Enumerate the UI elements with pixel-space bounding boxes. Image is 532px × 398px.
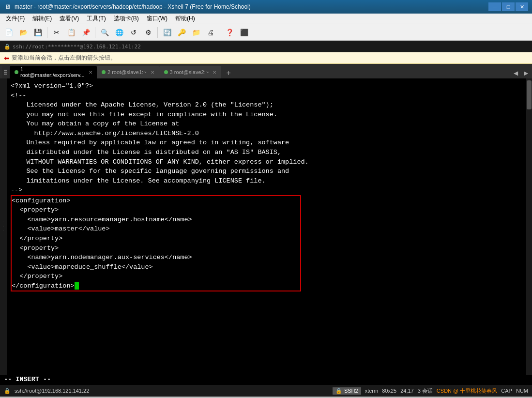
terminal-line: Unless required by applicable law or agr… bbox=[11, 138, 522, 148]
tab-dot-1 bbox=[15, 70, 18, 74]
toolbar-refresh[interactable]: ↺ bbox=[127, 26, 140, 39]
panel-line bbox=[4, 74, 7, 75]
tab-dot-2 bbox=[102, 70, 106, 74]
toolbar-misc[interactable]: ⬛ bbox=[237, 26, 251, 39]
toolbar-paste[interactable]: 📌 bbox=[79, 26, 92, 39]
window-controls: ─ □ ✕ bbox=[488, 2, 528, 11]
toolbar-connect[interactable]: 🌐 bbox=[112, 26, 126, 39]
toolbar-save[interactable]: 💾 bbox=[31, 26, 45, 39]
terminal-line: Licensed under the Apache License, Versi… bbox=[11, 100, 522, 110]
status-bar: 🔒 ssh://root@192.168.121.141:22 🔒 SSH2 x… bbox=[0, 385, 532, 397]
toolbar-help[interactable]: ❓ bbox=[223, 26, 236, 39]
menu-view[interactable]: 查看(V) bbox=[56, 14, 83, 24]
terminal-line: See the License for the specific languag… bbox=[11, 167, 522, 176]
status-brand: CSDN @ 十里桃花笑春风 bbox=[437, 387, 497, 395]
terminal-xml-line: <name>yarn.nodemanager.aux-services</nam… bbox=[12, 253, 300, 262]
status-cap: CAP bbox=[501, 388, 512, 394]
xml-block: <configuration> <property> <name>yarn.re… bbox=[11, 195, 301, 292]
status-lock-icon: 🔒 bbox=[4, 388, 11, 394]
tab-close-3[interactable]: ✕ bbox=[213, 70, 216, 75]
tab-nav: ◀ ▶ bbox=[512, 70, 530, 78]
terminal-content[interactable]: <?xml version="1.0"?><!-- Licensed under… bbox=[7, 78, 526, 375]
tab-label-1: 1 root@master:/export/serv... bbox=[20, 66, 85, 78]
title-bar: 🖥 master - root@master:/export/servers/h… bbox=[0, 0, 532, 14]
terminal-cursor bbox=[75, 282, 79, 290]
status-term: xterm bbox=[365, 388, 379, 394]
insert-mode-bar: -- INSERT -- bbox=[0, 375, 532, 385]
menu-tools[interactable]: 工具(T) bbox=[83, 14, 109, 24]
terminal-line: distributed under the License is distrib… bbox=[11, 148, 522, 157]
terminal-line: --> bbox=[11, 185, 522, 195]
toolbar-sep4 bbox=[220, 27, 220, 38]
terminal-line: http://www.apache.org/licenses/LICENSE-2… bbox=[11, 129, 522, 138]
toolbar-file-mgr[interactable]: 📁 bbox=[189, 26, 203, 39]
menu-bar: 文件(F) 编辑(E) 查看(V) 工具(T) 选项卡(B) 窗口(W) 帮助(… bbox=[0, 14, 532, 24]
toolbar-print[interactable]: 🖨 bbox=[204, 26, 217, 39]
close-button[interactable]: ✕ bbox=[516, 2, 528, 11]
status-ssh-label: SSH2 bbox=[344, 388, 358, 394]
lock-icon: 🔒 bbox=[4, 44, 11, 50]
tab-3[interactable]: 3 root@slave2:~ ✕ bbox=[159, 66, 222, 78]
panel-line bbox=[4, 72, 7, 73]
terminal-xml-line: <value>master</value> bbox=[12, 224, 300, 234]
terminal-xml-line: <configuration> bbox=[12, 196, 300, 206]
app-icon: 🖥 bbox=[4, 3, 12, 11]
tab-2[interactable]: 2 root@slave1:~ ✕ bbox=[97, 66, 159, 78]
menu-file[interactable]: 文件(F) bbox=[2, 14, 29, 24]
ssh-address: ssh://root:**********@192.168.121.141:22 bbox=[13, 44, 141, 50]
toolbar-sep3 bbox=[157, 27, 158, 38]
terminal-line: <!-- bbox=[11, 91, 522, 101]
status-left: 🔒 ssh://root@192.168.121.141:22 bbox=[4, 388, 333, 394]
tab-next[interactable]: ▶ bbox=[522, 70, 530, 77]
terminal-line: limitations under the License. See accom… bbox=[11, 176, 522, 186]
tab-prev[interactable]: ◀ bbox=[512, 70, 520, 77]
status-path: ssh://root@192.168.121.141:22 bbox=[15, 388, 89, 394]
tab-add-button[interactable]: + bbox=[223, 68, 234, 78]
tab-label-3: 3 root@slave2:~ bbox=[170, 69, 209, 75]
scrollbar-thumb[interactable] bbox=[527, 80, 532, 109]
terminal-wrapper: · · · <?xml version="1.0"?><!-- Licensed… bbox=[0, 78, 532, 375]
menu-tabs[interactable]: 选项卡(B) bbox=[110, 14, 143, 24]
terminal-xml-line: <name>yarn.resourcemanager.hostname</nam… bbox=[12, 215, 300, 225]
tab-close-1[interactable]: ✕ bbox=[89, 70, 92, 75]
terminal-xml-line: </property> bbox=[12, 234, 300, 244]
status-sessions: 3 会话 bbox=[418, 387, 433, 395]
menu-window[interactable]: 窗口(W) bbox=[143, 14, 171, 24]
status-ssh-badge: 🔒 SSH2 bbox=[333, 387, 361, 395]
panel-line bbox=[4, 70, 7, 71]
terminal-line: You may obtain a copy of the License at bbox=[11, 119, 522, 129]
menu-help[interactable]: 帮助(H) bbox=[171, 14, 199, 24]
session-panel-indicator bbox=[2, 66, 9, 78]
toolbar-transfer[interactable]: 🔄 bbox=[160, 26, 174, 39]
toolbar-zoom[interactable]: 🔍 bbox=[98, 26, 111, 39]
maximize-button[interactable]: □ bbox=[502, 2, 515, 11]
terminal-scrollbar[interactable] bbox=[526, 78, 532, 375]
tab-dot-3 bbox=[164, 70, 168, 74]
tab-close-2[interactable]: ✕ bbox=[151, 70, 154, 75]
status-ssh-lock: 🔒 bbox=[335, 388, 342, 394]
toolbar-settings[interactable]: ⚙ bbox=[141, 26, 155, 39]
tab-1[interactable]: 1 root@master:/export/serv... ✕ bbox=[10, 66, 97, 78]
terminal-xml-line: </property> bbox=[12, 272, 300, 281]
toolbar-open[interactable]: 📂 bbox=[16, 26, 30, 39]
terminal-line: WITHOUT WARRANTIES OR CONDITIONS OF ANY … bbox=[11, 157, 522, 167]
toolbar-new[interactable]: 📄 bbox=[2, 26, 15, 39]
status-right: 🔒 SSH2 xterm 80x25 24,17 3 会话 CSDN @ 十里桃… bbox=[333, 387, 528, 395]
terminal-line: you may not use this file except in comp… bbox=[11, 110, 522, 120]
title-text: master - root@master:/export/servers/had… bbox=[15, 3, 488, 10]
minimize-button[interactable]: ─ bbox=[488, 2, 501, 11]
toolbar-copy[interactable]: 📋 bbox=[64, 26, 78, 39]
ssh-bar: 🔒 ssh://root:**********@192.168.121.141:… bbox=[0, 41, 532, 52]
menu-edit[interactable]: 编辑(E) bbox=[29, 14, 56, 24]
toolbar-sep1 bbox=[47, 27, 47, 38]
info-text: 要添加当前会话，点击左侧的箭头按钮。 bbox=[12, 54, 116, 62]
terminal-line: <?xml version="1.0"?> bbox=[11, 81, 522, 91]
terminal-xml-line: </configuration> bbox=[12, 281, 300, 291]
terminal-xml-line: <property> bbox=[12, 205, 300, 215]
toolbar-key[interactable]: 🔑 bbox=[175, 26, 188, 39]
toolbar-cut[interactable]: ✂ bbox=[50, 26, 63, 39]
toolbar-sep2 bbox=[95, 27, 95, 38]
status-dimensions: 80x25 bbox=[382, 388, 396, 394]
info-bar: ⬅ 要添加当前会话，点击左侧的箭头按钮。 bbox=[0, 52, 532, 64]
left-side-panel: · · · bbox=[0, 78, 7, 375]
